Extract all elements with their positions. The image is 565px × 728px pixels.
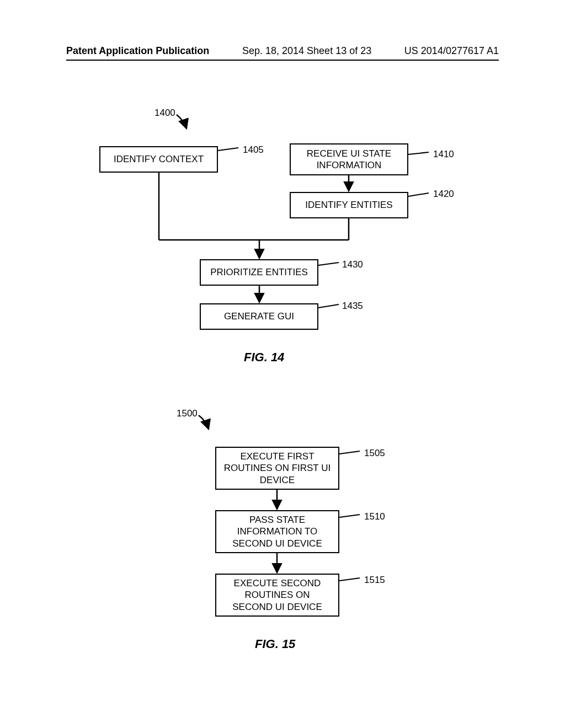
fig15-title: FIG. 15 [255,637,295,651]
fig15-connectors [0,0,565,728]
page: Patent Application Publication Sep. 18, … [0,0,565,728]
